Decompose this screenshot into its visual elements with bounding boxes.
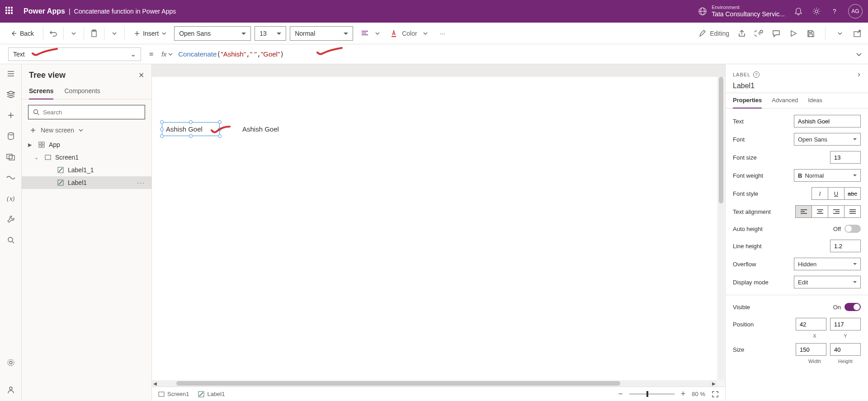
fx-label[interactable]: fx	[161, 51, 173, 58]
app-name[interactable]: Power Apps	[24, 7, 65, 15]
status-selected[interactable]: Label1	[198, 391, 225, 397]
notifications-icon[interactable]	[794, 7, 803, 16]
info-icon[interactable]: ?	[753, 71, 760, 78]
italic-button[interactable]: I	[811, 187, 828, 200]
svg-point-10	[8, 133, 14, 135]
prop-displaymode-select[interactable]: Edit	[794, 276, 861, 288]
strike-button[interactable]: abc	[844, 187, 861, 200]
undo-dropdown-icon[interactable]	[69, 29, 78, 38]
label1-1-control[interactable]: Ashish Goel	[242, 125, 279, 133]
close-icon[interactable]: ✕	[138, 71, 144, 80]
font-color-icon[interactable]	[389, 29, 398, 38]
data-icon[interactable]	[6, 131, 16, 141]
help-icon[interactable]: ?	[830, 7, 839, 16]
settings-icon[interactable]	[812, 7, 821, 16]
checker-icon[interactable]	[755, 29, 764, 38]
status-screen[interactable]: Screen1	[158, 391, 189, 397]
undo-icon[interactable]	[49, 29, 58, 38]
visible-toggle[interactable]	[844, 303, 861, 311]
property-selector[interactable]: Text	[8, 47, 141, 61]
tree-search-input[interactable]	[43, 109, 140, 116]
prop-overflow-select[interactable]: Hidden	[794, 258, 861, 270]
align-icon[interactable]	[360, 29, 369, 38]
share-icon[interactable]	[737, 29, 746, 38]
svg-point-3	[815, 10, 818, 13]
prop-fontsize-input[interactable]	[830, 151, 861, 164]
media-icon[interactable]	[6, 152, 16, 162]
zoom-in-icon[interactable]: +	[681, 389, 686, 399]
prop-fontweight-label: Font weight	[733, 172, 763, 179]
virtual-agent-icon[interactable]	[6, 385, 16, 395]
insert-rail-icon[interactable]	[6, 110, 16, 120]
font-style-group: I U abc	[811, 187, 861, 200]
collapse-icon[interactable]: ›	[858, 70, 861, 79]
prop-fontweight-select[interactable]: BNormal	[794, 169, 861, 182]
back-button[interactable]: Back	[6, 28, 38, 39]
tree-item-label1[interactable]: Label1 ···	[22, 176, 151, 189]
insert-button[interactable]: Insert	[130, 28, 170, 39]
zoom-out-icon[interactable]: −	[618, 389, 623, 399]
prop-text-input[interactable]	[794, 115, 861, 127]
formula-input[interactable]: Concatenate("Ashish"," ","Goel")	[178, 50, 860, 58]
tree-item-app[interactable]: ▶ App	[22, 138, 151, 151]
variables-icon[interactable]: (𝑥)	[6, 193, 16, 203]
more-icon[interactable]: ···	[438, 29, 447, 38]
canvas[interactable]: Ashish Goel Ashish Goel	[152, 77, 717, 387]
tree-view-icon[interactable]	[6, 90, 16, 99]
font-size-select[interactable]: 13	[255, 26, 286, 41]
prop-font-select[interactable]: Open Sans	[794, 133, 861, 146]
label-icon	[57, 179, 64, 186]
prop-height-input[interactable]	[830, 343, 861, 356]
zoom-slider[interactable]	[629, 393, 675, 395]
svg-rect-21	[42, 145, 44, 147]
waffle-icon[interactable]	[5, 7, 14, 16]
save-icon[interactable]	[806, 29, 815, 38]
align-justify-button[interactable]	[844, 205, 861, 218]
tab-advanced[interactable]: Advanced	[772, 97, 798, 108]
vertical-scrollbar[interactable]	[718, 77, 724, 379]
underline-button[interactable]: U	[828, 187, 844, 200]
fit-icon[interactable]	[712, 391, 719, 398]
font-weight-select[interactable]: Normal	[290, 26, 353, 41]
preview-icon[interactable]	[789, 29, 798, 38]
new-screen-button[interactable]: New screen	[22, 125, 151, 138]
horizontal-scrollbar[interactable]: ◀▶	[152, 380, 717, 387]
tab-properties[interactable]: Properties	[733, 97, 762, 108]
environment-picker[interactable]: Environment Tata Consultancy Servic...	[698, 5, 785, 18]
publish-icon[interactable]	[853, 29, 862, 38]
font-select[interactable]: Open Sans	[174, 26, 251, 41]
paste-icon[interactable]	[90, 29, 99, 38]
flows-icon[interactable]	[6, 173, 16, 183]
search-rail-icon[interactable]	[6, 235, 16, 245]
tab-components[interactable]: Components	[64, 85, 100, 99]
app-header: Power Apps | Concatenate function in Pow…	[0, 0, 868, 23]
user-avatar[interactable]: AG	[848, 4, 863, 19]
color-label[interactable]: Color	[402, 30, 417, 37]
tools-icon[interactable]	[6, 214, 16, 224]
tree-item-label1-1[interactable]: Label1_1	[22, 164, 151, 176]
tab-screens[interactable]: Screens	[29, 85, 53, 99]
align-right-button[interactable]	[828, 205, 844, 218]
prop-width-input[interactable]	[796, 343, 826, 356]
align-left-button[interactable]	[795, 205, 812, 218]
more-icon[interactable]: ···	[137, 179, 145, 186]
prop-y-input[interactable]	[830, 318, 861, 330]
hamburger-icon[interactable]	[6, 69, 16, 79]
paste-dropdown-icon[interactable]	[110, 29, 119, 38]
prop-x-input[interactable]	[796, 318, 826, 330]
color-dropdown-icon[interactable]	[421, 29, 430, 38]
editing-mode-button[interactable]: Editing	[699, 30, 729, 37]
align-dropdown-icon[interactable]	[373, 29, 382, 38]
save-dropdown-icon[interactable]	[835, 29, 844, 38]
tree-item-screen1[interactable]: ⌄ Screen1	[22, 151, 151, 164]
control-name[interactable]: Label1	[733, 82, 861, 90]
expand-formula-icon[interactable]	[855, 51, 863, 58]
tab-ideas[interactable]: Ideas	[808, 97, 822, 108]
prop-lineheight-input[interactable]	[830, 240, 861, 252]
autoheight-toggle[interactable]	[844, 225, 861, 233]
prop-font-label: Font	[733, 136, 745, 143]
settings-rail-icon[interactable]	[6, 358, 16, 368]
tree-search[interactable]	[28, 105, 145, 119]
align-center-button[interactable]	[811, 205, 828, 218]
comments-icon[interactable]	[772, 29, 781, 38]
